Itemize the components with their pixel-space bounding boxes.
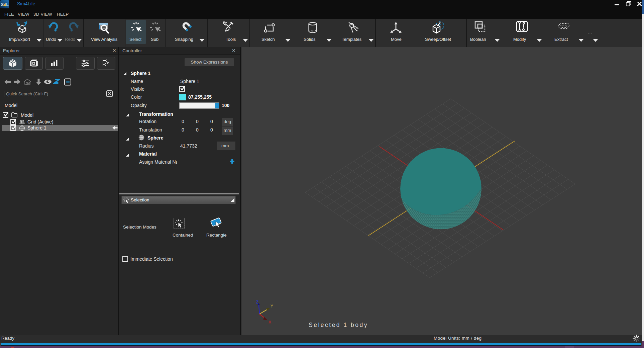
- svg-text:4: 4: [4, 2, 6, 7]
- svg-text:L: L: [6, 2, 9, 7]
- svg-text:X: X: [269, 320, 271, 325]
- svg-text:Selected 1 body: Selected 1 body: [309, 322, 368, 328]
- svg-text:Y: Y: [271, 304, 273, 309]
- svg-text:Z: Z: [256, 300, 258, 304]
